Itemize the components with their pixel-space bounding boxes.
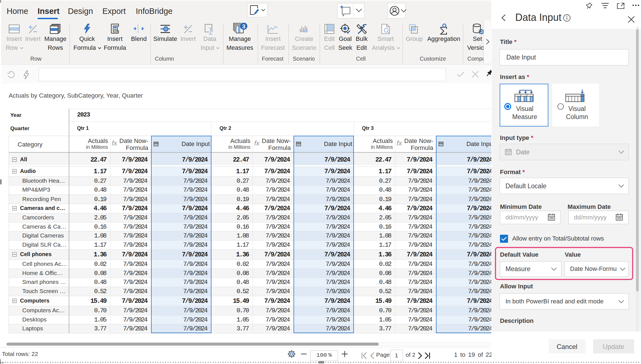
svg-text:3: 3 xyxy=(242,23,245,29)
